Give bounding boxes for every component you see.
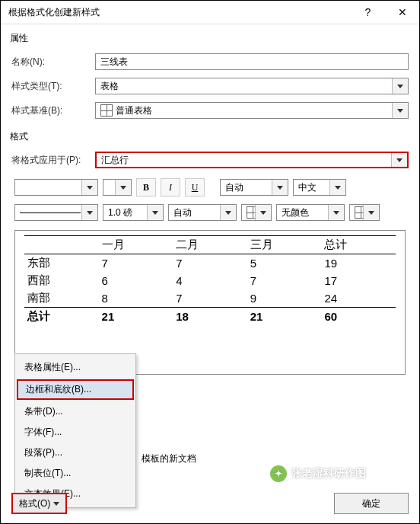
bold-button[interactable]: B bbox=[136, 178, 156, 196]
apply-to-select[interactable]: 汇总行 bbox=[95, 152, 409, 168]
chevron-down-icon bbox=[220, 205, 236, 220]
help-button[interactable]: ? bbox=[351, 1, 385, 24]
label-style-base: 样式基准(B): bbox=[11, 104, 95, 117]
format-menu: 表格属性(E)... 边框和底纹(B)... 条带(D)... 字体(F)...… bbox=[14, 353, 136, 508]
fill-color-select[interactable]: 无颜色 bbox=[276, 204, 345, 221]
chevron-down-icon bbox=[147, 205, 163, 220]
chevron-down-icon bbox=[81, 205, 97, 220]
wechat-icon: ✦ bbox=[270, 465, 287, 482]
ok-button[interactable]: 确定 bbox=[334, 493, 409, 514]
style-type-select[interactable]: 表格 bbox=[95, 78, 409, 94]
font-color-select[interactable]: 自动 bbox=[220, 179, 288, 196]
italic-button[interactable]: I bbox=[161, 178, 180, 196]
shading-select[interactable] bbox=[349, 204, 380, 221]
table-icon bbox=[100, 104, 113, 117]
line-style-select[interactable] bbox=[14, 204, 98, 221]
chevron-down-icon bbox=[115, 180, 131, 195]
label-apply-to: 将格式应用于(P): bbox=[11, 154, 95, 167]
name-input[interactable]: 三线表 bbox=[95, 53, 409, 70]
row-style-type: 样式类型(T): 表格 bbox=[1, 74, 419, 98]
chevron-down-icon bbox=[272, 180, 288, 195]
preview-table: 一月 二月 三月 总计 东部77519 西部64717 南部87924 总计21… bbox=[24, 235, 396, 325]
font-size-select[interactable] bbox=[103, 179, 132, 196]
section-format: 格式 bbox=[1, 123, 419, 148]
underline-button[interactable]: U bbox=[185, 178, 205, 196]
font-toolbar: B I U 自动 中文 bbox=[1, 172, 419, 203]
template-new-doc-text: 模板的新文档 bbox=[142, 452, 196, 465]
chevron-down-icon bbox=[53, 502, 59, 506]
table-row: 东部77519 bbox=[24, 254, 396, 273]
chevron-down-icon bbox=[329, 180, 345, 195]
chevron-down-icon bbox=[328, 205, 344, 220]
table-header-row: 一月 二月 三月 总计 bbox=[24, 236, 396, 254]
border-toolbar: 1.0 磅 自动 无颜色 bbox=[1, 203, 419, 227]
chevron-down-icon bbox=[391, 153, 407, 167]
style-base-select[interactable]: 普通表格 bbox=[95, 102, 409, 119]
lang-select[interactable]: 中文 bbox=[293, 179, 346, 196]
font-family-select[interactable] bbox=[14, 179, 98, 196]
chevron-down-icon bbox=[81, 180, 97, 195]
row-style-base: 样式基准(B): 普通表格 bbox=[1, 98, 419, 123]
section-properties: 属性 bbox=[1, 24, 419, 50]
table-row: 南部87924 bbox=[24, 289, 396, 308]
chevron-down-icon bbox=[392, 103, 408, 118]
dialog-create-style: 根据格式化创建新样式 ? ✕ 属性 名称(N): 三线表 样式类型(T): 表格… bbox=[0, 0, 420, 524]
menu-tabs[interactable]: 制表位(T)... bbox=[15, 463, 135, 484]
close-button[interactable]: ✕ bbox=[385, 1, 419, 24]
titlebar: 根据格式化创建新样式 ? ✕ bbox=[1, 1, 419, 24]
label-name: 名称(N): bbox=[11, 56, 95, 69]
menu-stripes[interactable]: 条带(D)... bbox=[15, 401, 135, 422]
dialog-title: 根据格式化创建新样式 bbox=[8, 6, 351, 19]
table-footer-row: 总计21182160 bbox=[24, 308, 396, 326]
menu-table-properties[interactable]: 表格属性(E)... bbox=[15, 357, 135, 378]
row-apply-to: 将格式应用于(P): 汇总行 bbox=[1, 148, 419, 172]
chevron-down-icon bbox=[363, 205, 379, 220]
label-style-type: 样式类型(T): bbox=[11, 80, 95, 93]
menu-font[interactable]: 字体(F)... bbox=[15, 422, 135, 443]
row-name: 名称(N): 三线表 bbox=[1, 50, 419, 74]
menu-borders-shading[interactable]: 边框和底纹(B)... bbox=[17, 379, 134, 400]
table-row: 西部64717 bbox=[24, 272, 396, 289]
format-button[interactable]: 格式(O) bbox=[11, 493, 67, 514]
chevron-down-icon bbox=[392, 78, 408, 94]
line-weight-select[interactable]: 1.0 磅 bbox=[103, 204, 164, 221]
watermark: ✦ 张老湿科研作图 bbox=[270, 465, 366, 482]
menu-paragraph[interactable]: 段落(P)... bbox=[15, 443, 135, 463]
chevron-down-icon bbox=[255, 205, 271, 220]
borders-select[interactable] bbox=[241, 204, 272, 221]
line-color-select[interactable]: 自动 bbox=[168, 204, 237, 221]
